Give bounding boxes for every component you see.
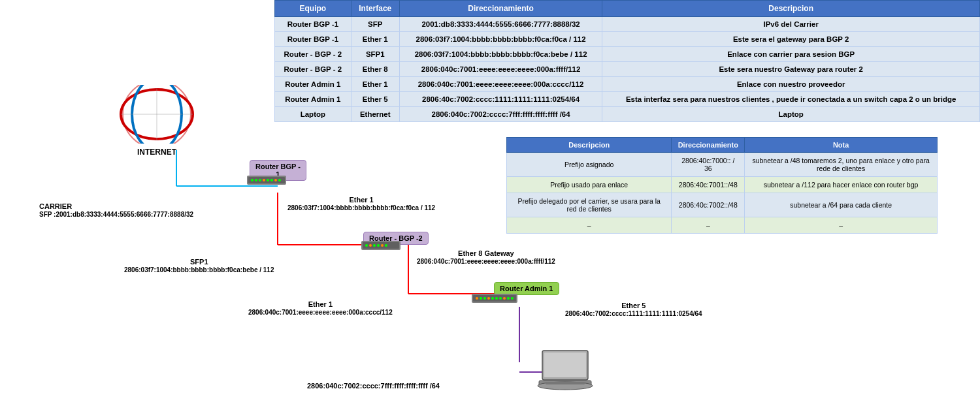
second-table-cell: subnetear a /112 para hacer enlace con r… <box>745 177 938 193</box>
main-table-cell: 2806:040c:7002:cccc:7fff:ffff:ffff:ffff … <box>399 107 602 122</box>
svg-point-41 <box>507 297 510 300</box>
svg-point-29 <box>381 244 384 247</box>
main-table-cell: Router - BGP - 2 <box>275 62 351 77</box>
svg-point-15 <box>251 179 253 181</box>
bgp1-ether1-label: Ether 1 2806:03f7:1004:bbbb:bbbb:bbbb:f0… <box>287 196 435 211</box>
second-table: Descripcion Direccionamiento Nota Prefij… <box>506 137 938 234</box>
svg-point-18 <box>263 179 265 181</box>
col-interface: Interface <box>351 1 399 17</box>
second-table-cell: subnetear a /48 tomaremos 2, uno para en… <box>745 153 938 177</box>
second-table-cell: 2806:40c:7001::/48 <box>672 177 745 193</box>
svg-point-34 <box>480 297 482 300</box>
main-table-cell: 2806:40c:7002:cccc:1111:1111:1111:0254/6… <box>399 92 602 107</box>
svg-rect-32 <box>473 295 516 302</box>
second-table-cell: Prefijo asignado <box>507 153 672 177</box>
main-table-cell: Router - BGP - 2 <box>275 47 351 62</box>
main-table-cell: 2806:040c:7001:eeee:eeee:eeee:000a:ffff/… <box>399 62 602 77</box>
main-table-cell: Router BGP -1 <box>275 32 351 47</box>
svg-point-39 <box>499 297 502 300</box>
bgp2-ether8-label: Ether 8 Gateway 2806:040c:7001:eeee:eeee… <box>417 249 555 265</box>
svg-point-26 <box>369 244 372 247</box>
second-table-cell: subnetear a /64 para cada cliente <box>745 193 938 217</box>
main-table-cell: SFP <box>351 17 399 32</box>
second-table-cell: – <box>507 217 672 234</box>
main-table-cell: Ethernet <box>351 107 399 122</box>
carrier-label: CARRIER SFP :2001:db8:3333:4444:5555:666… <box>39 202 193 218</box>
svg-point-19 <box>267 179 269 181</box>
svg-rect-47 <box>546 382 585 384</box>
svg-point-42 <box>511 297 514 300</box>
internet-label: INTERNET <box>114 148 199 157</box>
main-table-cell: Ether 1 <box>351 77 399 92</box>
svg-rect-44 <box>544 352 586 377</box>
main-table-cell: Esta interfaz sera para nuestros cliente… <box>602 92 980 107</box>
svg-point-40 <box>503 297 506 300</box>
main-table-cell: Enlace con carrier para sesion BGP <box>602 47 980 62</box>
cloud-icon <box>114 85 199 144</box>
main-table-cell: Este sera nuestro Gateway para router 2 <box>602 62 980 77</box>
main-table-cell: 2806:03f7:1004:bbbb:bbbb:bbbb:f0ca:bebe … <box>399 47 602 62</box>
laptop-icon <box>536 349 595 395</box>
col-descripcion: Descripcion <box>602 1 980 17</box>
svg-point-27 <box>373 244 376 247</box>
main-table-cell: 2001:db8:3333:4444:5555:6666:7777:8888/3… <box>399 17 602 32</box>
main-table-cell: Enlace con nuestro proveedor <box>602 77 980 92</box>
main-table-cell: 2806:040c:7001:eeee:eeee:eeee:000a:cccc/… <box>399 77 602 92</box>
svg-point-37 <box>491 297 494 300</box>
col2-nota: Nota <box>745 138 938 153</box>
svg-point-36 <box>487 297 490 300</box>
second-table-cell: 2806:40c:7000:: / 36 <box>672 153 745 177</box>
main-table-cell: IPv6 del Carrier <box>602 17 980 32</box>
second-table-cell: Prefijo usado para enlace <box>507 177 672 193</box>
col-equipo: Equipo <box>275 1 351 17</box>
second-table-cell: 2806:40c:7002::/48 <box>672 193 745 217</box>
laptop-eth-label: 2806:040c:7002:cccc:7fff:ffff:ffff:ffff … <box>307 382 440 390</box>
second-table-cell: – <box>745 217 938 234</box>
laptop-area <box>536 349 595 398</box>
main-table-cell: Este sera el gateway para BGP 2 <box>602 32 980 47</box>
main-table-cell: SFP1 <box>351 47 399 62</box>
col2-direccionamiento: Direccionamiento <box>672 138 745 153</box>
main-table-cell: Laptop <box>275 107 351 122</box>
main-table-cell: Laptop <box>602 107 980 122</box>
svg-point-21 <box>274 179 277 181</box>
router-device-icon <box>247 173 286 187</box>
main-table-cell: Router Admin 1 <box>275 77 351 92</box>
main-table-cell: Router BGP -1 <box>275 17 351 32</box>
router-bgp2-device <box>361 238 400 255</box>
second-table-cell: – <box>672 217 745 234</box>
main-table-cell: 2806:03f7:1004:bbbb:bbbb:bbbb:f0ca:f0ca … <box>399 32 602 47</box>
main-table-cell: Router Admin 1 <box>275 92 351 107</box>
router-admin1-device <box>472 291 517 308</box>
svg-point-20 <box>270 179 273 181</box>
svg-point-38 <box>495 297 498 300</box>
second-table-section: Descripcion Direccionamiento Nota Prefij… <box>506 137 938 234</box>
col-direccionamiento: Direccionamiento <box>399 1 602 17</box>
sfp1-label: SFP1 2806:03f7:1004:bbbb:bbbb:bbbb:f0ca:… <box>124 258 274 273</box>
svg-point-17 <box>259 179 261 181</box>
col2-descripcion: Descripcion <box>507 138 672 153</box>
svg-point-33 <box>476 297 478 300</box>
router-device-icon2 <box>361 238 400 253</box>
main-table: Equipo Interface Direccionamiento Descri… <box>274 0 980 122</box>
svg-point-35 <box>483 297 486 300</box>
router-bgp1-device <box>247 173 286 190</box>
svg-point-25 <box>365 244 368 247</box>
admin1-ether5-label: Ether 5 2806:40c:7002:cccc:1111:1111:111… <box>565 302 702 317</box>
internet-cloud: INTERNET <box>114 85 199 157</box>
svg-point-16 <box>255 179 257 181</box>
main-table-section: Equipo Interface Direccionamiento Descri… <box>274 0 980 122</box>
main-table-cell: Ether 8 <box>351 62 399 77</box>
svg-point-30 <box>385 244 387 247</box>
router-device-icon3 <box>472 291 517 305</box>
svg-point-28 <box>377 244 380 247</box>
main-table-cell: Ether 1 <box>351 32 399 47</box>
main-table-cell: Ether 5 <box>351 92 399 107</box>
second-table-cell: Prefijo delegado por el carrier, se usar… <box>507 193 672 217</box>
svg-point-22 <box>278 179 281 181</box>
bgp2-ether1-label: Ether 1 2806:040c:7001:eeee:eeee:eeee:00… <box>248 300 393 316</box>
